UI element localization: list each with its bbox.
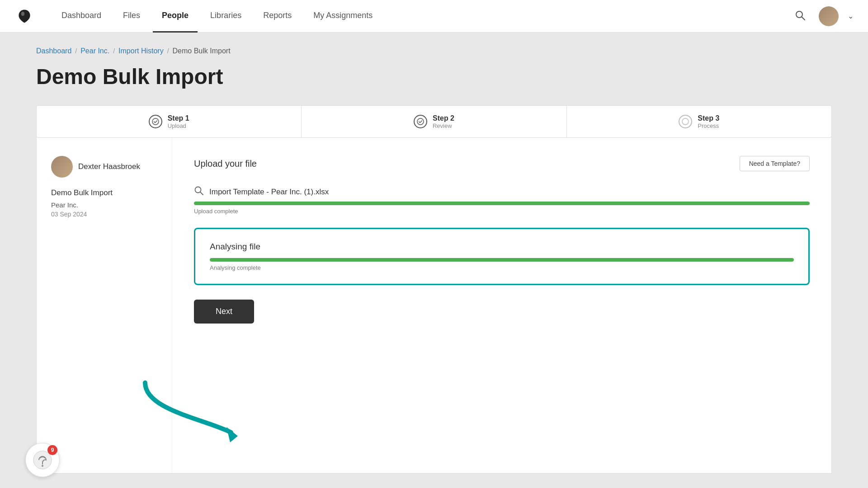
svg-point-3 xyxy=(152,118,159,125)
topnav-right: ⌄ xyxy=(791,6,854,27)
upload-progress-track xyxy=(194,202,810,205)
sidebar-user: Dexter Haasbroek xyxy=(51,156,157,178)
next-button[interactable]: Next xyxy=(194,300,254,324)
step-1-icon xyxy=(149,115,162,128)
step-3-sub: Process xyxy=(698,122,719,129)
left-sidebar: Dexter Haasbroek Demo Bulk Import Pear I… xyxy=(37,138,172,473)
top-navigation: Dashboard Files People Libraries Reports… xyxy=(0,0,868,33)
breadcrumb-import-history[interactable]: Import History xyxy=(118,47,164,55)
nav-people[interactable]: People xyxy=(153,0,198,33)
analysing-title: Analysing file xyxy=(210,242,794,252)
breadcrumb-sep-3: / xyxy=(167,47,169,55)
search-icon[interactable] xyxy=(791,6,810,27)
bottom-help-widget[interactable]: 9 xyxy=(25,443,60,477)
upload-progress-container: Upload complete xyxy=(194,202,810,215)
step-1-label: Step 1 Upload xyxy=(168,114,189,129)
upload-header: Upload your file Need a Template? xyxy=(194,156,810,171)
steps-bar: Step 1 Upload Step 2 Review xyxy=(36,105,832,138)
upload-section-title: Upload your file xyxy=(194,159,257,169)
sidebar-org: Pear Inc. xyxy=(51,201,157,209)
nav-links: Dashboard Files People Libraries Reports… xyxy=(52,0,791,33)
avatar[interactable] xyxy=(819,6,839,26)
step-2-sub: Review xyxy=(433,122,454,129)
upload-progress-fill xyxy=(194,202,810,205)
file-name: Import Template - Pear Inc. (1).xlsx xyxy=(209,188,329,197)
chevron-down-icon[interactable]: ⌄ xyxy=(848,12,854,20)
breadcrumb: Dashboard / Pear Inc. / Import History /… xyxy=(36,47,832,55)
analysing-file-box: Analysing file Analysing complete xyxy=(194,228,810,285)
need-template-button[interactable]: Need a Template? xyxy=(740,156,810,171)
page-title: Demo Bulk Import xyxy=(36,64,832,89)
analysing-progress-fill xyxy=(210,258,794,262)
svg-point-0 xyxy=(21,12,24,16)
nav-libraries[interactable]: Libraries xyxy=(201,0,250,33)
svg-point-4 xyxy=(417,118,424,125)
analysing-progress-label: Analysing complete xyxy=(210,264,794,271)
step-2: Step 2 Review xyxy=(302,106,566,137)
nav-my-assignments[interactable]: My Assignments xyxy=(304,0,382,33)
breadcrumb-org[interactable]: Pear Inc. xyxy=(80,47,109,55)
breadcrumb-dashboard[interactable]: Dashboard xyxy=(36,47,71,55)
svg-line-8 xyxy=(200,192,203,195)
nav-reports[interactable]: Reports xyxy=(254,0,301,33)
step-3-label: Step 3 Process xyxy=(698,114,719,129)
svg-point-5 xyxy=(682,118,689,125)
breadcrumb-sep-1: / xyxy=(75,47,77,55)
right-content: Upload your file Need a Template? Import… xyxy=(172,138,831,473)
svg-line-2 xyxy=(802,17,805,20)
analysing-progress-track xyxy=(210,258,794,262)
step-2-icon xyxy=(414,115,427,128)
sidebar-avatar xyxy=(51,156,73,178)
breadcrumb-current: Demo Bulk Import xyxy=(173,47,231,55)
step-1: Step 1 Upload xyxy=(37,106,302,137)
nav-files[interactable]: Files xyxy=(114,0,149,33)
notification-badge: 9 xyxy=(47,445,57,455)
nav-dashboard[interactable]: Dashboard xyxy=(52,0,110,33)
main-content: Dashboard / Pear Inc. / Import History /… xyxy=(0,33,868,488)
content-area: Dexter Haasbroek Demo Bulk Import Pear I… xyxy=(36,138,832,474)
sidebar-username: Dexter Haasbroek xyxy=(78,162,140,171)
step-2-name: Step 2 xyxy=(433,114,454,122)
app-logo[interactable] xyxy=(14,6,34,26)
file-row: Import Template - Pear Inc. (1).xlsx xyxy=(194,186,810,198)
upload-progress-label: Upload complete xyxy=(194,208,238,215)
step-3-icon xyxy=(679,115,692,128)
step-1-sub: Upload xyxy=(168,122,189,129)
step-1-name: Step 1 xyxy=(168,114,189,122)
breadcrumb-sep-2: / xyxy=(113,47,115,55)
sidebar-date: 03 Sep 2024 xyxy=(51,211,157,218)
step-2-label: Step 2 Review xyxy=(433,114,454,129)
sidebar-import-name: Demo Bulk Import xyxy=(51,188,157,197)
step-3: Step 3 Process xyxy=(567,106,831,137)
file-search-icon xyxy=(194,186,204,198)
step-3-name: Step 3 xyxy=(698,114,719,122)
svg-point-10 xyxy=(42,465,43,467)
